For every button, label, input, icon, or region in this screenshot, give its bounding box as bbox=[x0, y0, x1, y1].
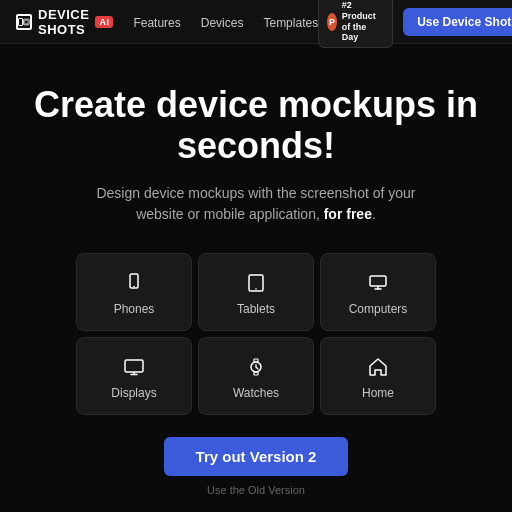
nav-right: P #2 Product of the Day Use Device Shots bbox=[318, 0, 512, 48]
logo-text: DEVICE SHOTS bbox=[38, 7, 89, 37]
nav-features[interactable]: Features bbox=[133, 16, 180, 30]
svg-rect-9 bbox=[125, 360, 143, 372]
phones-label: Phones bbox=[114, 302, 155, 316]
logo-icon bbox=[16, 14, 32, 30]
hero-subtext: Design device mockups with the screensho… bbox=[86, 183, 426, 225]
svg-rect-6 bbox=[370, 276, 386, 286]
product-hunt-badge[interactable]: P #2 Product of the Day bbox=[318, 0, 393, 48]
device-card-phones[interactable]: Phones bbox=[76, 253, 192, 331]
watches-label: Watches bbox=[233, 386, 279, 400]
nav-links: Features Devices Templates bbox=[133, 13, 318, 31]
actions: Try out Version 2 Use the Old Version bbox=[20, 437, 492, 496]
nav-devices[interactable]: Devices bbox=[201, 16, 244, 30]
logo[interactable]: DEVICE SHOTS AI bbox=[16, 7, 113, 37]
computers-label: Computers bbox=[349, 302, 408, 316]
hero-heading: Create device mockups in seconds! bbox=[20, 84, 492, 167]
home-icon bbox=[367, 356, 389, 378]
hero-section: Create device mockups in seconds! Design… bbox=[0, 44, 512, 512]
ai-badge: AI bbox=[95, 16, 113, 28]
product-hunt-text: #2 Product of the Day bbox=[342, 0, 384, 43]
tablets-label: Tablets bbox=[237, 302, 275, 316]
svg-point-5 bbox=[255, 288, 257, 290]
display-icon bbox=[123, 356, 145, 378]
tablet-icon bbox=[245, 272, 267, 294]
device-card-watches[interactable]: Watches bbox=[198, 337, 314, 415]
displays-label: Displays bbox=[111, 386, 156, 400]
home-label: Home bbox=[362, 386, 394, 400]
device-card-tablets[interactable]: Tablets bbox=[198, 253, 314, 331]
svg-rect-1 bbox=[25, 20, 28, 23]
product-hunt-icon: P bbox=[327, 13, 337, 31]
try-version-2-button[interactable]: Try out Version 2 bbox=[164, 437, 349, 476]
watch-icon bbox=[245, 356, 267, 378]
phone-icon bbox=[123, 272, 145, 294]
device-card-displays[interactable]: Displays bbox=[76, 337, 192, 415]
device-grid: Phones Tablets Computers bbox=[76, 253, 436, 415]
device-card-home[interactable]: Home bbox=[320, 337, 436, 415]
computer-icon bbox=[367, 272, 389, 294]
svg-rect-13 bbox=[254, 359, 258, 362]
device-card-computers[interactable]: Computers bbox=[320, 253, 436, 331]
use-device-shots-button[interactable]: Use Device Shots bbox=[403, 8, 512, 36]
svg-line-16 bbox=[256, 367, 258, 369]
svg-rect-14 bbox=[254, 372, 258, 375]
use-old-version-link[interactable]: Use the Old Version bbox=[207, 484, 305, 496]
nav-templates[interactable]: Templates bbox=[263, 16, 318, 30]
navbar: DEVICE SHOTS AI Features Devices Templat… bbox=[0, 0, 512, 44]
svg-point-3 bbox=[133, 285, 135, 287]
